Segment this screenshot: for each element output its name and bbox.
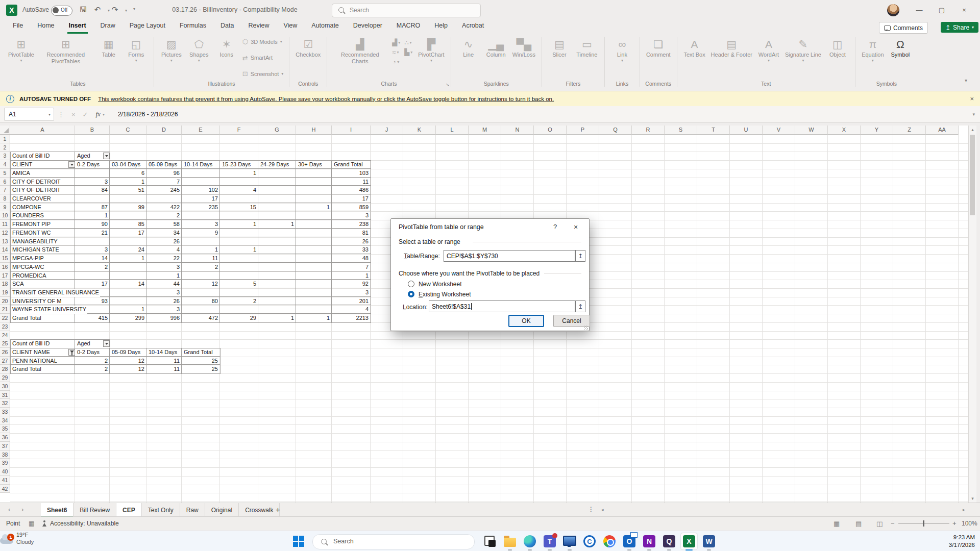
aged-dropdown-icon[interactable]: [68, 161, 75, 168]
cell-E27[interactable]: 25: [182, 357, 219, 365]
cell-D19[interactable]: 3: [147, 289, 181, 297]
comment-button[interactable]: ❏Comment: [644, 37, 673, 59]
cell-C18[interactable]: 14: [110, 280, 146, 288]
row-header-19[interactable]: 19: [0, 288, 10, 297]
maximize-icon[interactable]: ▢: [934, 5, 949, 15]
cell-B26[interactable]: 0-2 Days: [76, 348, 109, 357]
column-header-Y[interactable]: Y: [861, 126, 893, 135]
signature-line-button[interactable]: ✎Signature Line▾: [782, 37, 824, 63]
link-button[interactable]: ∞Link▾: [608, 37, 636, 63]
table-range-input[interactable]: CEP!$A$1:$Y$730: [444, 250, 575, 262]
taskbar-icon-word[interactable]: W: [701, 533, 717, 549]
close-icon[interactable]: ×: [957, 5, 972, 15]
cell-C9[interactable]: 99: [110, 204, 146, 212]
cell-I8[interactable]: 17: [332, 195, 370, 203]
cell-C28[interactable]: 12: [110, 365, 146, 373]
row-header-20[interactable]: 20: [0, 297, 10, 306]
cell-I15[interactable]: 48: [332, 255, 370, 263]
cell-D5[interactable]: 96: [147, 169, 181, 178]
ribbon-tab-insert[interactable]: Insert: [63, 20, 92, 34]
taskbar-icon-teams[interactable]: T: [542, 533, 558, 549]
cell-I7[interactable]: 486: [332, 186, 370, 194]
sheet-tab-cep[interactable]: CEP: [116, 503, 142, 517]
icons-button[interactable]: ✶Icons: [213, 37, 240, 59]
dialog-resize-grip[interactable]: [584, 325, 588, 330]
cell-I4[interactable]: Grand Total: [332, 161, 370, 169]
cell-B22[interactable]: 415: [76, 314, 109, 322]
cell-I20[interactable]: 201: [332, 297, 370, 306]
cell-C27[interactable]: 12: [110, 357, 146, 365]
cell-G4[interactable]: 24-29 Days: [259, 161, 296, 169]
checkbox-button[interactable]: ☑Checkbox: [293, 37, 323, 59]
cell-E18[interactable]: 12: [182, 280, 219, 288]
sheet-nav-right-icon[interactable]: ›: [21, 506, 23, 513]
taskbar-icon-remote-desktop[interactable]: [561, 533, 578, 549]
sheet-tab-crosswalk[interactable]: Crosswalk: [239, 503, 280, 517]
cell-A7[interactable]: CITY OF DETROIT: [11, 186, 75, 194]
cell-A13[interactable]: MANAGEABILITY: [11, 238, 75, 246]
row-header-29[interactable]: 29: [0, 373, 10, 382]
row-header-3[interactable]: 3: [0, 152, 10, 160]
cell-C21[interactable]: 1: [110, 306, 146, 314]
row-header-1[interactable]: 1: [0, 135, 10, 143]
sheet-tab-original[interactable]: Original: [205, 503, 239, 517]
minimize-icon[interactable]: —: [912, 5, 927, 15]
page-layout-view-icon[interactable]: ▤: [855, 520, 862, 528]
cell-A27[interactable]: PENN NATIONAL: [11, 357, 75, 365]
cell-I14[interactable]: 33: [332, 246, 370, 254]
row-header-17[interactable]: 17: [0, 271, 10, 280]
cell-E16[interactable]: 2: [182, 263, 219, 271]
column-header-W[interactable]: W: [795, 126, 828, 135]
cell-I21[interactable]: 4: [332, 306, 370, 314]
sheet-options-kebab-icon[interactable]: ⋮: [588, 506, 594, 513]
existing-worksheet-label[interactable]: Existing Worksheet: [419, 291, 471, 298]
avatar[interactable]: [887, 4, 899, 16]
cell-E8[interactable]: 17: [182, 195, 219, 203]
row-header-27[interactable]: 27: [0, 357, 10, 365]
cell-D20[interactable]: 26: [147, 297, 181, 306]
client-name-filter-icon[interactable]: [68, 349, 75, 356]
row-header-10[interactable]: 10: [0, 211, 10, 220]
cell-I6[interactable]: 11: [332, 178, 370, 186]
cell-D21[interactable]: 3: [147, 306, 181, 314]
row-header-7[interactable]: 7: [0, 186, 10, 194]
header-footer-button[interactable]: ▤Header & Footer: [708, 37, 755, 59]
sheet-tab-raw[interactable]: Raw: [180, 503, 205, 517]
cell-A11[interactable]: FREMONT PIP: [11, 220, 75, 229]
cell-C7[interactable]: 51: [110, 186, 146, 194]
wordart-button[interactable]: AWordArt▾: [755, 37, 782, 63]
vertical-scrollbar[interactable]: ▴ ▾: [968, 126, 976, 503]
cell-A15[interactable]: MPCGA-PIP: [11, 255, 75, 263]
cell-D28[interactable]: 11: [147, 365, 181, 373]
taskbar-icon-edge[interactable]: [522, 533, 538, 549]
pie-chart-button[interactable]: ◔▾: [392, 58, 400, 66]
ribbon-tab-review[interactable]: Review: [242, 20, 275, 34]
aged-dropdown-icon[interactable]: [103, 340, 110, 347]
zoom-in-icon[interactable]: +: [952, 519, 957, 527]
cell-A20[interactable]: UNIVERSITY OF M: [11, 297, 75, 306]
cell-D10[interactable]: 2: [147, 212, 181, 220]
cell-A16[interactable]: MPCGA-WC: [11, 263, 75, 271]
zoom-percentage[interactable]: 100%: [962, 520, 977, 527]
cell-E7[interactable]: 102: [182, 186, 219, 194]
recommended-charts-button[interactable]: ▟Recommended Charts: [331, 37, 389, 65]
cell-D9[interactable]: 422: [147, 204, 181, 212]
ribbon-tab-file[interactable]: File: [7, 20, 29, 34]
cell-I17[interactable]: 1: [332, 272, 370, 280]
row-header-5[interactable]: 5: [0, 169, 10, 178]
cell-A10[interactable]: FOUNDERS: [11, 212, 75, 220]
cell-B4[interactable]: 0-2 Days: [76, 161, 109, 169]
zoom-out-icon[interactable]: −: [891, 519, 895, 527]
cell-B27[interactable]: 2: [76, 357, 109, 365]
sheet-nav-left-icon[interactable]: ‹: [8, 506, 10, 513]
cell-A28[interactable]: Grand Total: [11, 365, 75, 373]
cell-C12[interactable]: 17: [110, 229, 146, 237]
cell-A4[interactable]: CLIENT: [11, 161, 75, 169]
row-header-6[interactable]: 6: [0, 178, 10, 186]
cell-A8[interactable]: CLEARCOVER: [11, 195, 75, 203]
row-header-15[interactable]: 15: [0, 254, 10, 263]
cell-I13[interactable]: 26: [332, 238, 370, 246]
cell-E20[interactable]: 80: [182, 297, 219, 306]
cell-D27[interactable]: 11: [147, 357, 181, 365]
cell-E11[interactable]: 3: [182, 220, 219, 229]
